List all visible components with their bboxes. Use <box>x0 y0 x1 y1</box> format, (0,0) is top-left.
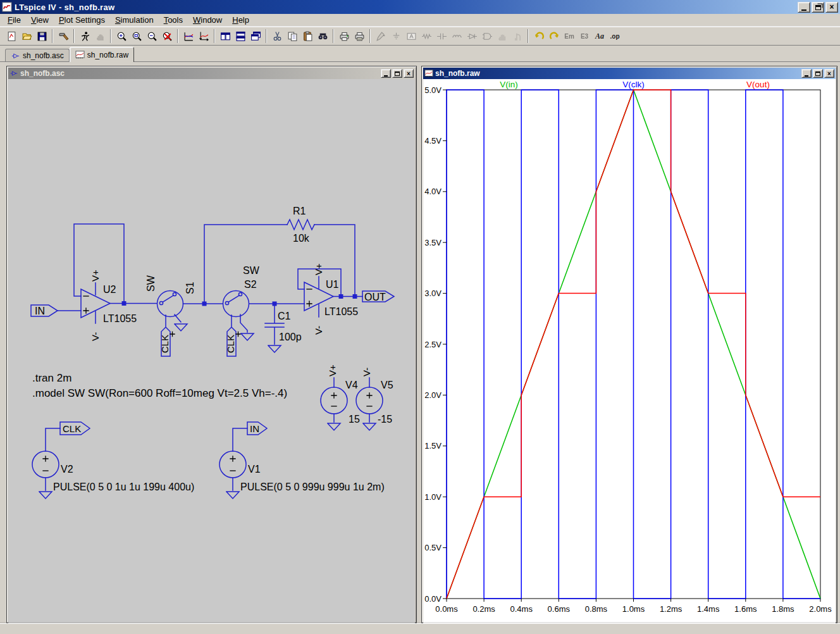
tile-horizontally-icon[interactable] <box>233 28 248 44</box>
schematic-tab-icon <box>11 51 20 61</box>
print-setup-icon[interactable] <box>337 28 352 44</box>
waveform-window-title: sh_nofb.raw <box>435 69 800 78</box>
tab-sh_nofb-asc[interactable]: sh_nofb.asc <box>5 49 70 62</box>
menu-window[interactable]: Window <box>188 14 227 26</box>
toolbar: EmE3Aa.op <box>0 27 840 46</box>
source-value: 15 <box>349 414 360 425</box>
waveform-window-titlebar[interactable]: sh_nofb.raw × <box>423 68 836 79</box>
place-capacitor-icon[interactable] <box>434 28 449 44</box>
source-ref: V4 <box>345 380 358 390</box>
menu-view[interactable]: View <box>26 14 54 26</box>
source-value: PULSE(0 5 0 1u 1u 199u 400u) <box>53 482 194 492</box>
source-ref: V2 <box>61 464 73 475</box>
schematic-maximize-button[interactable] <box>392 69 402 78</box>
control-panel-icon[interactable] <box>56 28 71 44</box>
zoom-out-icon[interactable] <box>144 28 159 44</box>
app-titlebar: LTspice IV - sh_nofb.raw × <box>0 0 840 14</box>
paste-icon[interactable] <box>300 28 315 44</box>
place-label-icon[interactable] <box>404 28 419 44</box>
waveform-maximize-button[interactable] <box>813 69 823 78</box>
draw-wire-icon[interactable] <box>373 28 388 44</box>
halt-simulation-icon[interactable] <box>92 28 108 44</box>
y-axis-tick-label: 4.0V <box>424 187 442 196</box>
opamp-part: LT1055 <box>103 313 137 324</box>
zoom-in-icon[interactable] <box>114 28 129 44</box>
net-flag-out: OUT <box>364 292 386 302</box>
schematic-canvas[interactable]: IN U2 LT1055 V+ V- SW S1 CLK SW S2 CLK C… <box>8 79 416 623</box>
run-simulation-icon[interactable] <box>77 28 92 44</box>
new-schematic-icon[interactable] <box>4 28 19 44</box>
y-axis-tick-label: 1.5V <box>424 441 442 451</box>
autorange-y-axis-icon[interactable] <box>181 28 196 44</box>
x-axis-tick-label: 0.6ms <box>548 604 571 614</box>
move-icon[interactable] <box>495 28 510 44</box>
schematic-window-titlebar[interactable]: sh_nofb.asc × <box>8 68 415 79</box>
toolbar-separator <box>266 29 267 43</box>
menu-tools[interactable]: Tools <box>159 14 188 26</box>
place-text-icon[interactable]: Aa <box>592 28 607 44</box>
place-resistor-icon[interactable] <box>419 28 434 44</box>
opamp-ref: U1 <box>326 279 339 290</box>
legend-Vin[interactable]: V(in) <box>500 80 518 89</box>
net-flag-in: IN <box>250 423 259 434</box>
drag-icon[interactable] <box>510 28 525 44</box>
cut-icon[interactable] <box>269 28 285 44</box>
redo-icon[interactable] <box>547 28 562 44</box>
find-icon[interactable] <box>315 28 330 44</box>
status-bar <box>0 623 840 634</box>
menu-simulation[interactable]: Simulation <box>110 14 159 26</box>
menu-file[interactable]: File <box>3 14 26 26</box>
place-inductor-icon[interactable] <box>449 28 464 44</box>
minimize-button[interactable] <box>798 2 810 13</box>
waveform-close-button[interactable]: × <box>824 69 834 78</box>
tab-sh_nofb-raw[interactable]: sh_nofb.raw <box>70 47 134 62</box>
net-flag-clk: CLK <box>63 423 81 434</box>
zoom-previous-icon[interactable] <box>159 28 175 44</box>
y-axis-tick-label: 4.5V <box>424 136 442 146</box>
x-axis-tick-label: 1.8ms <box>772 604 794 614</box>
opamp-part: LT1055 <box>324 306 358 317</box>
menu-help[interactable]: Help <box>227 14 254 26</box>
waveform-minimize-button[interactable] <box>801 69 812 78</box>
legend-Vout[interactable]: V(out) <box>746 80 770 89</box>
waveform-canvas[interactable]: 5.0V4.5V4.0V3.5V3.0V2.5V2.0V1.5V1.0V0.5V… <box>423 79 837 623</box>
print-icon[interactable] <box>352 28 367 44</box>
switch-ref: S2 <box>244 279 257 290</box>
zoom-full-extents-icon[interactable] <box>129 28 144 44</box>
place-component-icon[interactable] <box>479 28 495 44</box>
tile-vertically-icon[interactable] <box>218 28 233 44</box>
save-icon[interactable] <box>34 28 49 44</box>
schematic-window[interactable]: sh_nofb.asc × <box>6 66 417 623</box>
x-axis-tick-label: 0.2ms <box>472 604 495 614</box>
legend-Vclk[interactable]: V(clk) <box>622 80 645 89</box>
copy-icon[interactable] <box>285 28 300 44</box>
net-flag-clk: CLK <box>159 335 170 353</box>
open-file-icon[interactable] <box>19 28 34 44</box>
net-flag-clk: CLK <box>225 335 236 353</box>
schematic-close-button[interactable]: × <box>404 69 414 78</box>
opamp-ref: U2 <box>103 284 116 295</box>
schematic-window-icon <box>9 69 18 78</box>
cascade-windows-icon[interactable] <box>248 28 263 44</box>
spice-directive-icon[interactable]: .op <box>607 28 622 44</box>
resistor-value: 10k <box>293 233 310 244</box>
close-button[interactable]: × <box>825 2 838 13</box>
rotate-icon[interactable]: Em <box>562 28 577 44</box>
undo-icon[interactable] <box>531 28 547 44</box>
polarity-marks <box>43 289 372 471</box>
waveform-window[interactable]: sh_nofb.raw × 5.0V4.5V4.0V3.5V3.0V2.5V2.… <box>421 66 837 623</box>
schematic-wires[interactable] <box>31 220 394 499</box>
app-title: LTspice IV - sh_nofb.raw <box>15 3 798 12</box>
place-diode-icon[interactable] <box>464 28 479 44</box>
plot-settings-pane-icon[interactable] <box>196 28 211 44</box>
schematic-minimize-button[interactable] <box>381 69 391 78</box>
menu-plot-settings[interactable]: Plot Settings <box>54 14 110 26</box>
toolbar-separator <box>110 29 111 43</box>
restore-button[interactable] <box>812 2 824 13</box>
schematic-canvas-container: IN U2 LT1055 V+ V- SW S1 CLK SW S2 CLK C… <box>8 79 415 625</box>
place-ground-icon[interactable] <box>388 28 404 44</box>
rail-label-vplus: V+ <box>90 270 101 282</box>
mirror-icon[interactable]: E3 <box>577 28 592 44</box>
y-axis-tick-label: 2.0V <box>424 390 442 400</box>
waveform-canvas-container: 5.0V4.5V4.0V3.5V3.0V2.5V2.0V1.5V1.0V0.5V… <box>423 79 836 625</box>
